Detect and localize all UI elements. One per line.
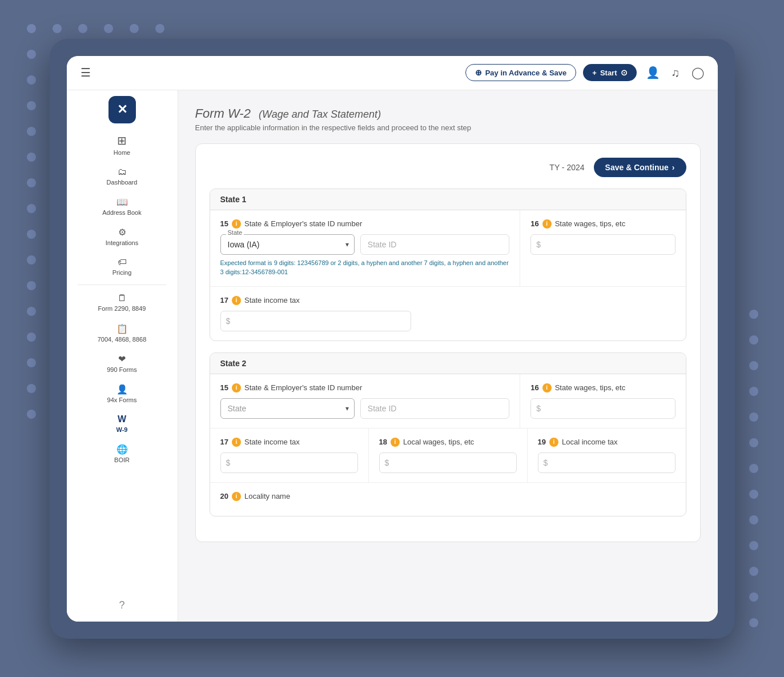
state1-field15-cell: 15 i State & Employer's state ID number … — [210, 210, 521, 286]
sidebar-item-home[interactable]: ⊞ Home — [67, 129, 178, 161]
state1-field17-label: 17 i State income tax — [220, 296, 411, 305]
sidebar-label-w9: W-9 — [116, 426, 128, 434]
state2-title: State 2 — [220, 359, 247, 368]
state2-section: State 2 15 i State & Employer's state ID… — [210, 352, 686, 516]
state2-field16-input[interactable] — [530, 398, 675, 419]
field15-info-icon[interactable]: i — [232, 219, 241, 229]
field16-num: 16 — [530, 219, 538, 228]
state2-state-select-wrap: State Iowa (IA) Alabama (AL) ▾ — [220, 398, 355, 419]
state2-field17-input-wrap: $ — [220, 452, 358, 473]
sidebar-item-dashboard[interactable]: 🗂 Dashboard — [67, 162, 178, 191]
state2-state-id-input[interactable] — [360, 398, 509, 419]
state2-field20-text: Locality name — [244, 492, 290, 500]
hamburger-button[interactable]: ☰ — [78, 63, 93, 82]
sidebar-item-boir[interactable]: 🌐 BOIR — [67, 439, 178, 468]
state2-field20-cell: 20 i Locality name — [210, 483, 421, 516]
form2290-icon: 🗒 — [118, 293, 127, 303]
state2-field18-text: Local wages, tips, etc — [403, 438, 474, 446]
state2-field20-info-icon[interactable]: i — [232, 492, 241, 501]
pay-advance-button[interactable]: ⊕ Pay in Advance & Save — [465, 64, 577, 81]
sidebar-item-form2290[interactable]: 🗒 Form 2290, 8849 — [67, 289, 178, 317]
state1-state-id-input[interactable] — [360, 234, 509, 255]
state1-field17-input[interactable] — [220, 311, 411, 331]
state2-field19-text: Local income tax — [562, 438, 618, 446]
state1-header: State 1 — [210, 189, 686, 210]
top-bar-left: ☰ — [78, 63, 93, 82]
save-continue-button[interactable]: Save & Continue › — [594, 158, 686, 177]
save-continue-label: Save & Continue — [605, 163, 669, 172]
sidebar-item-990forms[interactable]: ❤ 990 Forms — [67, 349, 178, 378]
state2-field18-input[interactable] — [379, 452, 517, 473]
circle-arrow-icon: ⊙ — [621, 68, 628, 77]
logo-text: ✕ — [117, 102, 127, 117]
state2-field16-label: 16 i State wages, tips, etc — [530, 383, 675, 392]
start-button[interactable]: + Start ⊙ — [583, 64, 636, 81]
94xforms-icon: 👤 — [116, 384, 128, 395]
sidebar-item-address-book[interactable]: 📖 Address Book — [67, 192, 178, 221]
state2-dollar-sign-16: $ — [536, 404, 541, 413]
user-profile-button[interactable]: ◯ — [689, 63, 706, 82]
state1-field16-cell: 16 i State wages, tips, etc $ — [520, 210, 685, 286]
state2-state-select[interactable]: State Iowa (IA) Alabama (AL) — [220, 398, 355, 419]
state2-field18-label: 18 i Local wages, tips, etc — [379, 438, 517, 447]
boir-icon: 🌐 — [116, 444, 128, 455]
field17-info-icon[interactable]: i — [232, 296, 241, 305]
sidebar-item-w9[interactable]: W W-9 — [67, 410, 178, 438]
content-area: Form W-2 (Wage and Tax Statement) Enter … — [178, 90, 718, 622]
state2-field20-label: 20 i Locality name — [220, 492, 411, 501]
state2-field15-info-icon[interactable]: i — [232, 383, 241, 392]
state1-state-select[interactable]: Iowa (IA) Alabama (AL) Alaska (AK) — [220, 234, 355, 255]
field15-text: State & Employer's state ID number — [244, 219, 362, 228]
state2-dollar-sign-18: $ — [385, 458, 389, 467]
form-header: TY - 2024 Save & Continue › — [210, 158, 686, 177]
top-bar: ☰ ⊕ Pay in Advance & Save + Start ⊙ 👤 ♫ — [67, 56, 718, 90]
state2-header: State 2 — [210, 353, 686, 374]
state2-dollar-sign-17: $ — [226, 458, 231, 467]
sidebar-label-integrations: Integrations — [106, 239, 138, 247]
state2-field15-text: State & Employer's state ID number — [244, 383, 362, 392]
user-circle-icon: ◯ — [691, 66, 704, 79]
notifications-button[interactable]: ♫ — [669, 64, 682, 82]
plus-icon: + — [592, 69, 597, 77]
state1-state-id-row: State Iowa (IA) Alabama (AL) Alaska (AK)… — [220, 234, 510, 255]
sidebar-item-7004[interactable]: 📋 7004, 4868, 8868 — [67, 319, 178, 348]
sidebar-item-94xforms[interactable]: 👤 94x Forms — [67, 379, 178, 408]
dollar-sign-16: $ — [536, 240, 541, 249]
sidebar-label-pricing: Pricing — [112, 269, 132, 277]
page-title: Form W-2 (Wage and Tax Statement) — [195, 106, 701, 121]
state1-field17-input-wrap: $ — [220, 311, 411, 331]
state1-body: 15 i State & Employer's state ID number … — [210, 210, 686, 340]
dollar-sign-17: $ — [226, 317, 231, 326]
bell-icon: ♫ — [672, 66, 680, 79]
sidebar-label-form2290: Form 2290, 8849 — [98, 305, 146, 313]
start-label: Start — [600, 69, 617, 77]
state2-field16-info-icon[interactable]: i — [542, 383, 552, 392]
state1-state-label: State — [226, 229, 244, 236]
sidebar-item-pricing[interactable]: 🏷 Pricing — [67, 253, 178, 281]
app-logo[interactable]: ✕ — [108, 96, 136, 123]
990forms-icon: ❤ — [118, 354, 126, 364]
w9-icon: W — [118, 414, 126, 424]
state2-field17-info-icon[interactable]: i — [232, 438, 241, 447]
contacts-button[interactable]: 👤 — [644, 63, 662, 82]
contacts-icon: 👤 — [646, 66, 660, 79]
pricing-icon: 🏷 — [118, 257, 127, 267]
state2-field17-text: State income tax — [244, 438, 300, 446]
sidebar-item-help[interactable]: ? — [67, 595, 178, 616]
state2-field16-text: State wages, tips, etc — [555, 383, 626, 392]
field16-info-icon[interactable]: i — [542, 219, 552, 229]
state2-row3: 20 i Locality name — [210, 483, 686, 516]
state2-field19-info-icon[interactable]: i — [549, 438, 558, 447]
state2-field17-input[interactable] — [220, 452, 358, 473]
state2-field17-label: 17 i State income tax — [220, 438, 358, 447]
sidebar-item-integrations[interactable]: ⚙ Integrations — [67, 222, 178, 251]
state2-field19-input[interactable] — [538, 452, 676, 473]
state2-field19-input-wrap: $ — [538, 452, 676, 473]
form-title-sub: (Wage and Tax Statement) — [259, 109, 381, 120]
state2-field18-info-icon[interactable]: i — [391, 438, 400, 447]
sidebar: ✕ ⊞ Home 🗂 Dashboard 📖 Address Book ⚙ In… — [67, 90, 178, 622]
sidebar-label-address-book: Address Book — [102, 209, 141, 217]
state1-field16-input[interactable] — [530, 234, 675, 255]
hamburger-icon: ☰ — [81, 66, 91, 79]
sidebar-label-home: Home — [114, 149, 130, 157]
